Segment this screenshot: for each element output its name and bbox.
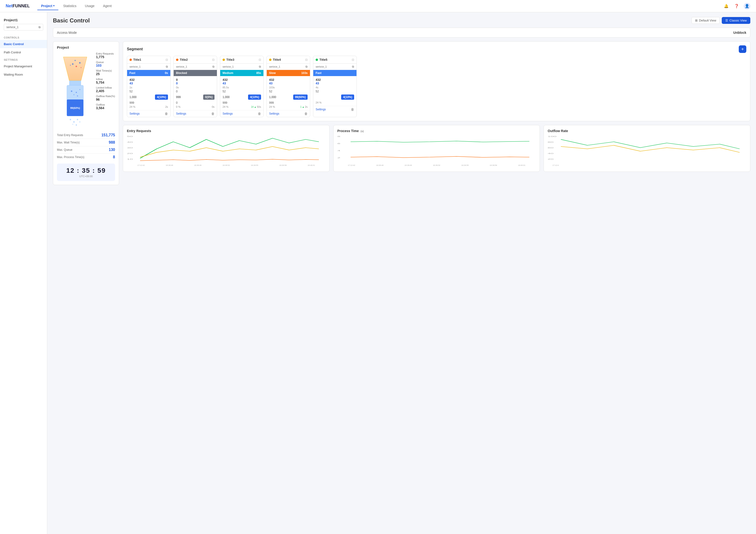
copy-icon: ⧉: [39, 26, 40, 29]
dot-5: [316, 59, 318, 61]
settings-link-4[interactable]: Settings: [269, 112, 279, 115]
svg-text:20: 20: [127, 152, 133, 154]
delete-icon-3[interactable]: 🗑: [258, 112, 261, 116]
svg-text:40: 40: [127, 141, 133, 143]
svg-point-14: [73, 94, 74, 95]
svg-point-12: [76, 92, 77, 93]
segment-service-1: serivce_1 ⧉: [127, 64, 170, 70]
queue-stat: Queue 103: [96, 61, 115, 67]
sidebar-item-path-control[interactable]: Path Control: [0, 48, 47, 57]
entry-requests-chart: Entry Requests 50 40 30 20 10: [123, 125, 330, 172]
max-process-time-row: Max. Process Time(s) 8: [57, 154, 115, 161]
default-view-button[interactable]: ⊞ Default View: [691, 17, 720, 24]
bell-icon[interactable]: 🔔: [723, 3, 730, 10]
outflow-rate-svg: 100 80 60 40 20: [548, 135, 746, 163]
outflow-rate-chart-area: 100 80 60 40 20 17:12:: [548, 135, 746, 168]
sidebar-item-basic-control[interactable]: Basic Control: [0, 40, 47, 48]
svg-point-11: [71, 91, 72, 92]
expand-icon-4[interactable]: ⊡: [305, 58, 308, 62]
sidebar-item-project-management[interactable]: Project Management: [0, 62, 47, 70]
grid-icon: ⊞: [695, 19, 698, 22]
classic-view-button[interactable]: ☰ Classic View: [722, 17, 750, 24]
svg-point-13: [79, 89, 80, 90]
sidebar-item-waiting-room[interactable]: Waiting Room: [0, 70, 47, 79]
project-name: Project1: [4, 18, 43, 22]
header-icons: 🔔 ❓ 👤: [723, 3, 750, 10]
entry-requests-stat: Entry Requests 1,775: [96, 52, 115, 59]
tab-agent[interactable]: Agent: [99, 2, 116, 10]
settings-link-2[interactable]: Settings: [176, 112, 186, 115]
expand-icon-5[interactable]: ⊡: [352, 58, 354, 62]
help-icon[interactable]: ❓: [733, 3, 740, 10]
segment-service-2: serivce_1 ⧉: [174, 64, 217, 70]
segment-header: Segment +: [127, 45, 746, 53]
logo-funnel: FUNNEL: [13, 4, 30, 8]
tab-statistics[interactable]: Statistics: [59, 2, 80, 10]
copy-icon-2[interactable]: ⧉: [212, 65, 214, 68]
delete-icon-1[interactable]: 🗑: [165, 112, 168, 116]
settings-link-5[interactable]: Settings: [316, 108, 326, 111]
settings-link-3[interactable]: Settings: [223, 112, 233, 115]
segment-card-header-2: Title2 ⊡: [174, 56, 217, 64]
segment-title-1: Title1: [129, 58, 141, 62]
expand-icon-1[interactable]: ⊡: [166, 58, 168, 62]
svg-text:10: 10: [127, 158, 133, 160]
access-mode-label: Access Mode: [57, 31, 77, 35]
copy-icon-5[interactable]: ⧉: [352, 65, 354, 68]
svg-point-19: [79, 121, 80, 122]
segment-footer-1: Settings 🗑: [127, 110, 170, 117]
expand-icon-3[interactable]: ⊡: [259, 58, 261, 62]
delete-icon-4[interactable]: 🗑: [304, 112, 308, 116]
svg-point-21: [76, 124, 77, 126]
copy-icon-4[interactable]: ⧉: [306, 65, 308, 68]
copy-icon-3[interactable]: ⧉: [259, 65, 261, 68]
svg-point-6: [76, 66, 77, 67]
user-icon[interactable]: 👤: [744, 3, 750, 10]
segment-service-3: serivce_1 ⧉: [220, 64, 263, 70]
access-mode-bar: Access Mode Unblock: [53, 28, 750, 38]
add-segment-button[interactable]: +: [739, 45, 746, 53]
total-entry-requests-row: Total Entry Requests 151,775: [57, 132, 115, 139]
segment-card-header-3: Title3 ⊡: [220, 56, 263, 64]
segment-cards: Title1 ⊡ serivce_1 ⧉ Fast 0s: [127, 56, 746, 117]
segment-funnel-5: 432 43 4s 52 4(10%): [313, 76, 357, 106]
service-selector[interactable]: serivce_1 ⧉: [4, 24, 43, 31]
segment-title-4: Title4: [269, 58, 281, 62]
svg-point-7: [79, 62, 81, 64]
svg-text:100: 100: [548, 135, 556, 138]
process-time-chart-title: Process Time (s): [338, 129, 536, 133]
tab-project[interactable]: Project ▾: [37, 2, 58, 10]
settings-link-1[interactable]: Settings: [129, 112, 140, 115]
segment-service-4: serivce_1 ⧉: [267, 64, 310, 70]
outflow-rate-chart-title: Outflow Rate: [548, 129, 746, 133]
svg-text:30: 30: [127, 147, 133, 149]
segment-title: Segment: [127, 47, 143, 51]
svg-text:2: 2: [338, 157, 340, 159]
inflow-stat: Inflow 5,754: [96, 78, 115, 84]
chevron-down-icon: ▾: [53, 4, 55, 7]
tab-usage[interactable]: Usage: [81, 2, 98, 10]
segment-footer-5: Settings 🗑: [313, 106, 357, 113]
charts-row: Entry Requests 50 40 30 20 10: [123, 125, 750, 172]
svg-text:6: 6: [338, 143, 340, 145]
funnel-svg-area: 99(60%): [57, 52, 93, 128]
view-toggle: ⊞ Default View ☰ Classic View: [691, 17, 750, 24]
right-panel: Segment + Title1: [123, 41, 750, 185]
max-queue-row: Max. Queue 130: [57, 146, 115, 154]
expand-icon-2[interactable]: ⊡: [212, 58, 214, 62]
delete-icon-5[interactable]: 🗑: [351, 108, 354, 111]
copy-icon-1[interactable]: ⧉: [166, 65, 168, 68]
entry-requests-x-axis: 17:12:4216:39:4616:39:4916:39:5216:39:55…: [127, 164, 326, 166]
svg-rect-1: [69, 81, 81, 85]
clock-time: 12 : 35 : 59: [60, 167, 112, 174]
segment-title-5: Title5: [316, 58, 327, 62]
main-content: Basic Control ⊞ Default View ☰ Classic V…: [47, 12, 756, 534]
funnel-diagram: 99(60%): [62, 52, 88, 128]
status-bar-5: Fast: [313, 70, 357, 76]
delete-icon-2[interactable]: 🗑: [211, 112, 214, 116]
segment-panel: Segment + Title1: [123, 41, 750, 121]
project-stats: Total Entry Requests 151,775 Max. Wait T…: [57, 132, 115, 161]
entry-requests-svg: 50 40 30 20 10: [127, 135, 326, 163]
outflow-rate-chart: Outflow Rate 100 80 60 40 20: [544, 125, 750, 172]
svg-point-17: [73, 121, 74, 122]
